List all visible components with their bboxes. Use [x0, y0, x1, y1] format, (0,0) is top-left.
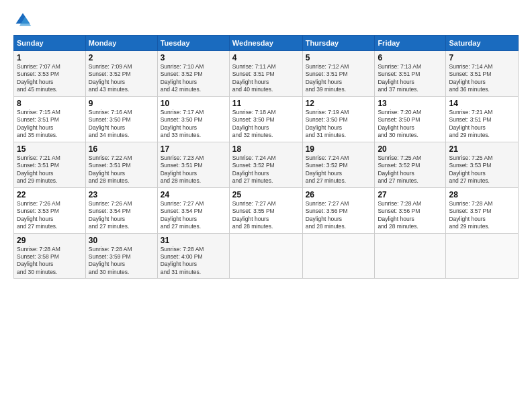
day-number: 29 — [17, 236, 83, 245]
day-info: Sunrise: 7:16 AMSunset: 3:50 PMDaylight … — [89, 109, 154, 140]
day-cell — [229, 233, 302, 279]
day-cell: 5Sunrise: 7:12 AMSunset: 3:51 PMDaylight… — [302, 51, 375, 97]
day-number: 31 — [161, 236, 226, 245]
day-number: 28 — [449, 190, 515, 199]
logo-icon — [13, 11, 32, 30]
day-number: 8 — [17, 99, 83, 108]
day-number: 26 — [306, 190, 372, 199]
day-info: Sunrise: 7:15 AMSunset: 3:51 PMDaylight … — [17, 109, 83, 140]
header-sunday: Sunday — [14, 36, 86, 51]
day-cell: 10Sunrise: 7:17 AMSunset: 3:50 PMDayligh… — [157, 96, 229, 142]
day-number: 7 — [449, 53, 515, 62]
day-number: 12 — [306, 99, 372, 108]
day-number: 9 — [89, 99, 154, 108]
day-cell: 30Sunrise: 7:28 AMSunset: 3:59 PMDayligh… — [85, 233, 157, 279]
day-info: Sunrise: 7:18 AMSunset: 3:50 PMDaylight … — [232, 109, 300, 140]
header-friday: Friday — [375, 36, 446, 51]
day-info: Sunrise: 7:27 AMSunset: 3:54 PMDaylight … — [161, 200, 226, 231]
day-info: Sunrise: 7:24 AMSunset: 3:52 PMDaylight … — [232, 154, 300, 185]
day-cell — [302, 233, 375, 279]
day-cell: 29Sunrise: 7:28 AMSunset: 3:58 PMDayligh… — [14, 233, 86, 279]
day-number: 10 — [161, 99, 226, 108]
week-row-1: 1Sunrise: 7:07 AMSunset: 3:53 PMDaylight… — [14, 51, 519, 97]
header-monday: Monday — [85, 36, 157, 51]
day-info: Sunrise: 7:20 AMSunset: 3:50 PMDaylight … — [378, 109, 443, 140]
day-number: 23 — [89, 190, 154, 199]
calendar-header-row: SundayMondayTuesdayWednesdayThursdayFrid… — [14, 36, 519, 51]
day-cell: 6Sunrise: 7:13 AMSunset: 3:51 PMDaylight… — [375, 51, 446, 97]
day-info: Sunrise: 7:10 AMSunset: 3:52 PMDaylight … — [161, 63, 226, 94]
day-cell: 7Sunrise: 7:14 AMSunset: 3:51 PMDaylight… — [446, 51, 519, 97]
day-number: 21 — [449, 144, 515, 154]
day-cell: 9Sunrise: 7:16 AMSunset: 3:50 PMDaylight… — [85, 96, 157, 142]
day-number: 3 — [161, 53, 226, 62]
header-saturday: Saturday — [446, 36, 519, 51]
day-info: Sunrise: 7:13 AMSunset: 3:51 PMDaylight … — [378, 63, 443, 94]
day-number: 14 — [449, 99, 515, 108]
logo — [13, 11, 35, 30]
day-number: 27 — [378, 190, 443, 199]
day-cell: 22Sunrise: 7:26 AMSunset: 3:53 PMDayligh… — [14, 187, 86, 233]
day-number: 13 — [378, 99, 443, 108]
day-number: 5 — [306, 53, 372, 62]
week-row-4: 22Sunrise: 7:26 AMSunset: 3:53 PMDayligh… — [14, 187, 519, 233]
day-info: Sunrise: 7:21 AMSunset: 3:51 PMDaylight … — [17, 154, 83, 185]
day-info: Sunrise: 7:09 AMSunset: 3:52 PMDaylight … — [89, 63, 154, 94]
day-number: 19 — [306, 144, 372, 154]
day-number: 1 — [17, 53, 83, 62]
day-number: 2 — [89, 53, 154, 62]
day-info: Sunrise: 7:26 AMSunset: 3:53 PMDaylight … — [17, 200, 83, 231]
day-info: Sunrise: 7:28 AMSunset: 3:59 PMDaylight … — [89, 246, 154, 277]
day-info: Sunrise: 7:28 AMSunset: 4:00 PMDaylight … — [161, 246, 226, 277]
page: SundayMondayTuesdayWednesdayThursdayFrid… — [0, 0, 532, 411]
day-info: Sunrise: 7:28 AMSunset: 3:58 PMDaylight … — [17, 246, 83, 277]
day-cell: 16Sunrise: 7:22 AMSunset: 3:51 PMDayligh… — [85, 142, 157, 187]
day-info: Sunrise: 7:17 AMSunset: 3:50 PMDaylight … — [161, 109, 226, 140]
day-cell: 20Sunrise: 7:25 AMSunset: 3:52 PMDayligh… — [375, 142, 446, 187]
day-info: Sunrise: 7:07 AMSunset: 3:53 PMDaylight … — [17, 63, 83, 94]
week-row-2: 8Sunrise: 7:15 AMSunset: 3:51 PMDaylight… — [14, 96, 519, 142]
day-info: Sunrise: 7:21 AMSunset: 3:51 PMDaylight … — [449, 109, 515, 140]
day-number: 17 — [161, 144, 226, 154]
day-cell: 3Sunrise: 7:10 AMSunset: 3:52 PMDaylight… — [157, 51, 229, 97]
day-cell: 13Sunrise: 7:20 AMSunset: 3:50 PMDayligh… — [375, 96, 446, 142]
day-cell: 1Sunrise: 7:07 AMSunset: 3:53 PMDaylight… — [14, 51, 86, 97]
day-number: 25 — [232, 190, 300, 199]
day-cell: 24Sunrise: 7:27 AMSunset: 3:54 PMDayligh… — [157, 187, 229, 233]
day-cell: 15Sunrise: 7:21 AMSunset: 3:51 PMDayligh… — [14, 142, 86, 187]
calendar-table: SundayMondayTuesdayWednesdayThursdayFrid… — [13, 35, 519, 279]
day-cell: 17Sunrise: 7:23 AMSunset: 3:51 PMDayligh… — [157, 142, 229, 187]
day-cell: 18Sunrise: 7:24 AMSunset: 3:52 PMDayligh… — [229, 142, 302, 187]
day-number: 4 — [232, 53, 300, 62]
day-number: 6 — [378, 53, 443, 62]
header-thursday: Thursday — [302, 36, 375, 51]
day-cell — [446, 233, 519, 279]
day-info: Sunrise: 7:27 AMSunset: 3:55 PMDaylight … — [232, 200, 300, 231]
day-info: Sunrise: 7:24 AMSunset: 3:52 PMDaylight … — [306, 154, 372, 185]
day-number: 24 — [161, 190, 226, 199]
day-number: 11 — [232, 99, 300, 108]
day-number: 16 — [89, 144, 154, 154]
day-cell: 28Sunrise: 7:28 AMSunset: 3:57 PMDayligh… — [446, 187, 519, 233]
day-cell: 27Sunrise: 7:28 AMSunset: 3:56 PMDayligh… — [375, 187, 446, 233]
day-number: 15 — [17, 144, 83, 154]
day-cell: 31Sunrise: 7:28 AMSunset: 4:00 PMDayligh… — [157, 233, 229, 279]
day-cell: 11Sunrise: 7:18 AMSunset: 3:50 PMDayligh… — [229, 96, 302, 142]
day-cell: 4Sunrise: 7:11 AMSunset: 3:51 PMDaylight… — [229, 51, 302, 97]
day-cell: 26Sunrise: 7:27 AMSunset: 3:56 PMDayligh… — [302, 187, 375, 233]
day-info: Sunrise: 7:14 AMSunset: 3:51 PMDaylight … — [449, 63, 515, 94]
week-row-5: 29Sunrise: 7:28 AMSunset: 3:58 PMDayligh… — [14, 233, 519, 279]
week-row-3: 15Sunrise: 7:21 AMSunset: 3:51 PMDayligh… — [14, 142, 519, 187]
day-info: Sunrise: 7:23 AMSunset: 3:51 PMDaylight … — [161, 154, 226, 185]
day-info: Sunrise: 7:25 AMSunset: 3:53 PMDaylight … — [449, 154, 515, 185]
day-info: Sunrise: 7:22 AMSunset: 3:51 PMDaylight … — [89, 154, 154, 185]
day-info: Sunrise: 7:26 AMSunset: 3:54 PMDaylight … — [89, 200, 154, 231]
header — [13, 11, 519, 30]
day-cell — [375, 233, 446, 279]
day-info: Sunrise: 7:11 AMSunset: 3:51 PMDaylight … — [232, 63, 300, 94]
day-cell: 19Sunrise: 7:24 AMSunset: 3:52 PMDayligh… — [302, 142, 375, 187]
day-cell: 25Sunrise: 7:27 AMSunset: 3:55 PMDayligh… — [229, 187, 302, 233]
day-info: Sunrise: 7:28 AMSunset: 3:57 PMDaylight … — [449, 200, 515, 231]
day-cell: 2Sunrise: 7:09 AMSunset: 3:52 PMDaylight… — [85, 51, 157, 97]
day-info: Sunrise: 7:25 AMSunset: 3:52 PMDaylight … — [378, 154, 443, 185]
